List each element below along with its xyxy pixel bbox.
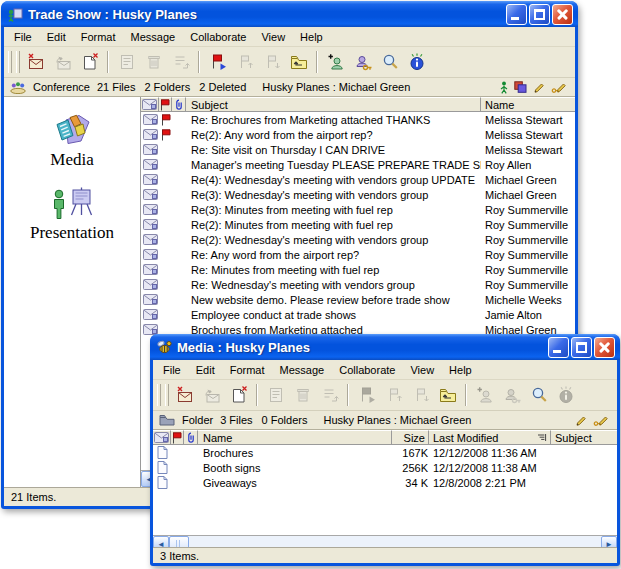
subject-column-header[interactable]: Subject: [186, 97, 481, 112]
message-sender: Roy Summerville: [481, 264, 575, 276]
message-row[interactable]: Re: Minutes from meeting with fuel repRo…: [141, 262, 575, 277]
maximize-button[interactable]: [529, 4, 550, 25]
message-envelope-icon: [141, 114, 159, 125]
message-envelope-icon: [141, 264, 159, 275]
search-icon: [380, 52, 400, 72]
menu-message[interactable]: Message: [273, 362, 333, 378]
signature-pencil-icon[interactable]: [593, 414, 609, 426]
permissions-button[interactable]: [350, 50, 375, 75]
pencil-icon[interactable]: [533, 81, 545, 93]
file-row[interactable]: Giveaways34 K12/8/2008 2:21 PM: [153, 475, 617, 490]
flag-column-header[interactable]: [171, 430, 184, 445]
menu-edit[interactable]: Edit: [40, 29, 74, 45]
message-row[interactable]: New website demo. Please review before t…: [141, 292, 575, 307]
presentation-icon: [49, 186, 95, 222]
new-message-button[interactable]: [172, 383, 197, 408]
info-button[interactable]: [404, 50, 429, 75]
list-arrow-icon: [171, 52, 191, 72]
menu-collaborate[interactable]: Collaborate: [332, 362, 403, 378]
file-row[interactable]: Brochures167K12/12/2008 11:36 AM: [153, 445, 617, 460]
menu-message[interactable]: Message: [124, 29, 184, 45]
trade-show-titlebar[interactable]: Trade Show : Husky Planes: [1, 1, 578, 27]
info-bar-icons: [500, 81, 569, 94]
menu-format[interactable]: Format: [74, 29, 124, 45]
menu-format[interactable]: Format: [223, 362, 273, 378]
parent-folder-button[interactable]: [435, 383, 460, 408]
message-sender: Roy Allen: [481, 159, 575, 171]
pencil-icon[interactable]: [575, 414, 587, 426]
folder-item-media[interactable]: Media: [50, 113, 93, 170]
search-button[interactable]: [526, 383, 551, 408]
folder-item-label: Presentation: [30, 223, 114, 243]
item-counts: 21 Files2 Folders2 Deleted: [97, 81, 255, 93]
message-row[interactable]: Re(3): Minutes from meeting with fuel re…: [141, 202, 575, 217]
message-row[interactable]: Manager's meeting Tuesday PLEASE PREPARE…: [141, 157, 575, 172]
message-row[interactable]: Re: Any word from the airport rep?Roy Su…: [141, 247, 575, 262]
message-row[interactable]: Re(2): Minutes from meeting with fuel re…: [141, 217, 575, 232]
add-users-button[interactable]: [323, 50, 348, 75]
search-button[interactable]: [377, 50, 402, 75]
message-row[interactable]: Re(4): Wednesday's meeting with vendors …: [141, 172, 575, 187]
count-label: 2 Folders: [144, 81, 190, 93]
new-document-button[interactable]: [77, 50, 102, 75]
approve-button: [381, 383, 406, 408]
menu-collaborate[interactable]: Collaborate: [183, 29, 254, 45]
attachment-column-header[interactable]: [184, 430, 198, 445]
message-envelope-icon: [141, 279, 159, 290]
file-row[interactable]: Booth signs256K12/12/2008 11:38 AM: [153, 460, 617, 475]
name-column-header[interactable]: Name: [481, 97, 575, 112]
flag-down-icon: [262, 52, 282, 72]
summarize-button: [114, 50, 139, 75]
menu-edit[interactable]: Edit: [189, 362, 223, 378]
message-row[interactable]: Re(2): Any word from the airport rep?Mel…: [141, 127, 575, 142]
reply-button: [199, 383, 224, 408]
list-header: Subject Name: [141, 97, 575, 112]
menu-view[interactable]: View: [403, 362, 442, 378]
message-icon-column-header[interactable]: [141, 97, 159, 112]
menu-view[interactable]: View: [254, 29, 293, 45]
flag-column-header[interactable]: [159, 97, 172, 112]
menu-file[interactable]: File: [7, 29, 40, 45]
size-column-header[interactable]: Size: [392, 430, 429, 445]
message-envelope-icon: [141, 174, 159, 185]
menu-file[interactable]: File: [156, 362, 189, 378]
new-document-button[interactable]: [226, 383, 251, 408]
message-row[interactable]: Re: Brochures from Marketing attached TH…: [141, 112, 575, 127]
close-button[interactable]: [552, 4, 573, 25]
minimize-button[interactable]: [506, 4, 527, 25]
presence-icon: [500, 81, 508, 94]
signature-pencil-icon[interactable]: [551, 81, 567, 93]
message-sender: Melissa Stewart: [481, 144, 575, 156]
media-titlebar[interactable]: Media : Husky Planes: [150, 334, 620, 360]
message-row[interactable]: Re: Site visit on Thursday I CAN DRIVEMe…: [141, 142, 575, 157]
subject-column-header[interactable]: Subject: [551, 430, 617, 445]
last-modified-column-header[interactable]: Last Modified: [429, 430, 551, 445]
count-label: 3 Files: [220, 414, 252, 426]
new-message-button[interactable]: [23, 50, 48, 75]
menu-help[interactable]: Help: [293, 29, 331, 45]
parent-folder-icon: [289, 52, 309, 72]
message-row[interactable]: Re(3): Wednesday's meeting with vendors …: [141, 187, 575, 202]
flag-down-icon: [411, 385, 431, 405]
message-row[interactable]: Re(2): Wednesday's meeting with vendors …: [141, 232, 575, 247]
folder-item-presentation[interactable]: Presentation: [30, 186, 114, 243]
file-icon-column-header[interactable]: [153, 430, 171, 445]
people-window-icon: [7, 6, 24, 23]
minimize-button[interactable]: [548, 337, 569, 358]
file-rows: Brochures167K12/12/2008 11:36 AMBooth si…: [153, 445, 617, 535]
new-document-icon: [229, 385, 249, 405]
message-row[interactable]: Employee conduct at trade showsJamie Alt…: [141, 307, 575, 322]
name-column-header[interactable]: Name: [198, 430, 392, 445]
new-document-icon: [80, 52, 100, 72]
parent-folder-button[interactable]: [286, 50, 311, 75]
flag-button[interactable]: [205, 50, 230, 75]
message-sender: Melissa Stewart: [481, 129, 575, 141]
menu-help[interactable]: Help: [442, 362, 480, 378]
delete-button: [141, 50, 166, 75]
desktop: Trade Show : Husky Planes FileEditFormat…: [0, 0, 621, 569]
maximize-button[interactable]: [571, 337, 592, 358]
message-subject: Re: Wednesday's meeting with vendors gro…: [186, 279, 481, 291]
attachment-column-header[interactable]: [172, 97, 186, 112]
close-button[interactable]: [594, 337, 615, 358]
message-row[interactable]: Re: Wednesday's meeting with vendors gro…: [141, 277, 575, 292]
